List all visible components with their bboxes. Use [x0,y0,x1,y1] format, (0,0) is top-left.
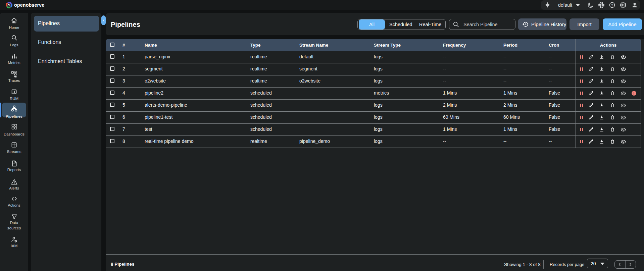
svg-text:?: ? [611,3,613,7]
